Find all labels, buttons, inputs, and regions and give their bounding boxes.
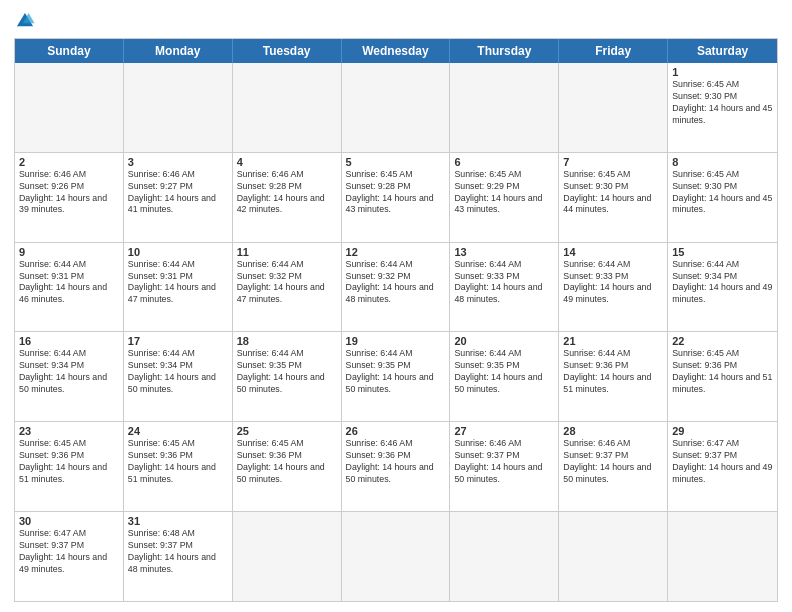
- day-number: 16: [19, 335, 119, 347]
- day-header-tuesday: Tuesday: [233, 39, 342, 63]
- day-header-thursday: Thursday: [450, 39, 559, 63]
- cell-text: Sunrise: 6:47 AMSunset: 9:37 PMDaylight:…: [19, 528, 119, 576]
- day-number: 2: [19, 156, 119, 168]
- cal-cell-27: 27Sunrise: 6:46 AMSunset: 9:37 PMDayligh…: [450, 422, 559, 511]
- cell-text: Sunrise: 6:45 AMSunset: 9:30 PMDaylight:…: [563, 169, 663, 217]
- cell-text: Sunrise: 6:45 AMSunset: 9:29 PMDaylight:…: [454, 169, 554, 217]
- cal-cell-17: 17Sunrise: 6:44 AMSunset: 9:34 PMDayligh…: [124, 332, 233, 421]
- cal-cell-5: 5Sunrise: 6:45 AMSunset: 9:28 PMDaylight…: [342, 153, 451, 242]
- cell-text: Sunrise: 6:46 AMSunset: 9:28 PMDaylight:…: [237, 169, 337, 217]
- day-number: 6: [454, 156, 554, 168]
- cal-cell-empty: [559, 63, 668, 152]
- cal-cell-21: 21Sunrise: 6:44 AMSunset: 9:36 PMDayligh…: [559, 332, 668, 421]
- cell-text: Sunrise: 6:44 AMSunset: 9:33 PMDaylight:…: [563, 259, 663, 307]
- cal-cell-24: 24Sunrise: 6:45 AMSunset: 9:36 PMDayligh…: [124, 422, 233, 511]
- cal-cell-11: 11Sunrise: 6:44 AMSunset: 9:32 PMDayligh…: [233, 243, 342, 332]
- calendar: SundayMondayTuesdayWednesdayThursdayFrid…: [14, 38, 778, 602]
- day-number: 10: [128, 246, 228, 258]
- cal-cell-29: 29Sunrise: 6:47 AMSunset: 9:37 PMDayligh…: [668, 422, 777, 511]
- cell-text: Sunrise: 6:45 AMSunset: 9:36 PMDaylight:…: [237, 438, 337, 486]
- day-number: 28: [563, 425, 663, 437]
- calendar-body: 1Sunrise: 6:45 AMSunset: 9:30 PMDaylight…: [15, 63, 777, 601]
- cell-text: Sunrise: 6:46 AMSunset: 9:36 PMDaylight:…: [346, 438, 446, 486]
- cal-cell-empty: [450, 63, 559, 152]
- day-number: 25: [237, 425, 337, 437]
- day-number: 7: [563, 156, 663, 168]
- day-number: 9: [19, 246, 119, 258]
- cal-cell-28: 28Sunrise: 6:46 AMSunset: 9:37 PMDayligh…: [559, 422, 668, 511]
- day-header-wednesday: Wednesday: [342, 39, 451, 63]
- cell-text: Sunrise: 6:46 AMSunset: 9:26 PMDaylight:…: [19, 169, 119, 217]
- cal-cell-15: 15Sunrise: 6:44 AMSunset: 9:34 PMDayligh…: [668, 243, 777, 332]
- cal-cell-30: 30Sunrise: 6:47 AMSunset: 9:37 PMDayligh…: [15, 512, 124, 601]
- cell-text: Sunrise: 6:44 AMSunset: 9:34 PMDaylight:…: [128, 348, 228, 396]
- cal-cell-empty: [233, 512, 342, 601]
- cal-cell-7: 7Sunrise: 6:45 AMSunset: 9:30 PMDaylight…: [559, 153, 668, 242]
- calendar-week-5: 30Sunrise: 6:47 AMSunset: 9:37 PMDayligh…: [15, 511, 777, 601]
- day-number: 30: [19, 515, 119, 527]
- cell-text: Sunrise: 6:44 AMSunset: 9:36 PMDaylight:…: [563, 348, 663, 396]
- day-number: 20: [454, 335, 554, 347]
- day-number: 11: [237, 246, 337, 258]
- day-number: 12: [346, 246, 446, 258]
- cell-text: Sunrise: 6:45 AMSunset: 9:36 PMDaylight:…: [672, 348, 773, 396]
- cal-cell-18: 18Sunrise: 6:44 AMSunset: 9:35 PMDayligh…: [233, 332, 342, 421]
- cell-text: Sunrise: 6:44 AMSunset: 9:31 PMDaylight:…: [128, 259, 228, 307]
- cal-cell-3: 3Sunrise: 6:46 AMSunset: 9:27 PMDaylight…: [124, 153, 233, 242]
- cal-cell-2: 2Sunrise: 6:46 AMSunset: 9:26 PMDaylight…: [15, 153, 124, 242]
- day-number: 24: [128, 425, 228, 437]
- cell-text: Sunrise: 6:45 AMSunset: 9:36 PMDaylight:…: [128, 438, 228, 486]
- day-header-monday: Monday: [124, 39, 233, 63]
- day-number: 31: [128, 515, 228, 527]
- day-number: 21: [563, 335, 663, 347]
- calendar-week-2: 9Sunrise: 6:44 AMSunset: 9:31 PMDaylight…: [15, 242, 777, 332]
- cal-cell-8: 8Sunrise: 6:45 AMSunset: 9:30 PMDaylight…: [668, 153, 777, 242]
- day-number: 1: [672, 66, 773, 78]
- cell-text: Sunrise: 6:46 AMSunset: 9:37 PMDaylight:…: [563, 438, 663, 486]
- cal-cell-empty: [342, 63, 451, 152]
- calendar-header-row: SundayMondayTuesdayWednesdayThursdayFrid…: [15, 39, 777, 63]
- cal-cell-6: 6Sunrise: 6:45 AMSunset: 9:29 PMDaylight…: [450, 153, 559, 242]
- day-number: 22: [672, 335, 773, 347]
- cell-text: Sunrise: 6:48 AMSunset: 9:37 PMDaylight:…: [128, 528, 228, 576]
- day-number: 17: [128, 335, 228, 347]
- calendar-week-4: 23Sunrise: 6:45 AMSunset: 9:36 PMDayligh…: [15, 421, 777, 511]
- cal-cell-16: 16Sunrise: 6:44 AMSunset: 9:34 PMDayligh…: [15, 332, 124, 421]
- day-number: 14: [563, 246, 663, 258]
- cell-text: Sunrise: 6:44 AMSunset: 9:31 PMDaylight:…: [19, 259, 119, 307]
- cal-cell-13: 13Sunrise: 6:44 AMSunset: 9:33 PMDayligh…: [450, 243, 559, 332]
- cal-cell-empty: [124, 63, 233, 152]
- cell-text: Sunrise: 6:45 AMSunset: 9:30 PMDaylight:…: [672, 79, 773, 127]
- cell-text: Sunrise: 6:45 AMSunset: 9:30 PMDaylight:…: [672, 169, 773, 217]
- day-number: 15: [672, 246, 773, 258]
- calendar-week-0: 1Sunrise: 6:45 AMSunset: 9:30 PMDaylight…: [15, 63, 777, 152]
- day-number: 29: [672, 425, 773, 437]
- cell-text: Sunrise: 6:46 AMSunset: 9:37 PMDaylight:…: [454, 438, 554, 486]
- day-number: 3: [128, 156, 228, 168]
- cell-text: Sunrise: 6:44 AMSunset: 9:35 PMDaylight:…: [454, 348, 554, 396]
- cal-cell-25: 25Sunrise: 6:45 AMSunset: 9:36 PMDayligh…: [233, 422, 342, 511]
- cal-cell-22: 22Sunrise: 6:45 AMSunset: 9:36 PMDayligh…: [668, 332, 777, 421]
- logo-icon: [14, 10, 36, 32]
- day-number: 23: [19, 425, 119, 437]
- day-number: 19: [346, 335, 446, 347]
- cal-cell-4: 4Sunrise: 6:46 AMSunset: 9:28 PMDaylight…: [233, 153, 342, 242]
- cal-cell-empty: [233, 63, 342, 152]
- cal-cell-empty: [342, 512, 451, 601]
- day-number: 13: [454, 246, 554, 258]
- page: SundayMondayTuesdayWednesdayThursdayFrid…: [0, 0, 792, 612]
- cell-text: Sunrise: 6:47 AMSunset: 9:37 PMDaylight:…: [672, 438, 773, 486]
- day-number: 27: [454, 425, 554, 437]
- day-number: 4: [237, 156, 337, 168]
- logo: [14, 10, 40, 32]
- cal-cell-20: 20Sunrise: 6:44 AMSunset: 9:35 PMDayligh…: [450, 332, 559, 421]
- day-number: 8: [672, 156, 773, 168]
- cell-text: Sunrise: 6:44 AMSunset: 9:35 PMDaylight:…: [346, 348, 446, 396]
- cal-cell-empty: [15, 63, 124, 152]
- cell-text: Sunrise: 6:45 AMSunset: 9:28 PMDaylight:…: [346, 169, 446, 217]
- day-number: 5: [346, 156, 446, 168]
- cell-text: Sunrise: 6:44 AMSunset: 9:35 PMDaylight:…: [237, 348, 337, 396]
- cal-cell-12: 12Sunrise: 6:44 AMSunset: 9:32 PMDayligh…: [342, 243, 451, 332]
- header: [14, 10, 778, 32]
- cal-cell-19: 19Sunrise: 6:44 AMSunset: 9:35 PMDayligh…: [342, 332, 451, 421]
